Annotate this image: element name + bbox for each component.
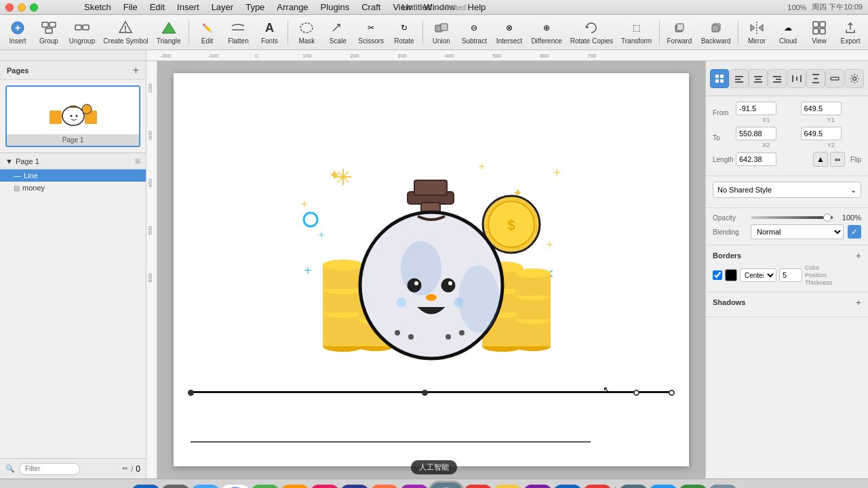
shared-style-dropdown[interactable]: No Shared Style ⌄ <box>713 182 861 198</box>
flip-btn[interactable]: ⇔ <box>830 152 845 167</box>
toolbar-union[interactable]: Union <box>427 17 456 47</box>
toolbar-ungroup[interactable]: Ungroup <box>65 17 99 47</box>
add-page-button[interactable]: + <box>133 65 139 76</box>
inspector-icon-btn[interactable] <box>710 69 729 88</box>
selection-line[interactable] <box>191 391 672 393</box>
to-x-input[interactable] <box>736 127 776 140</box>
handle-mid-left[interactable] <box>422 390 428 396</box>
menu-file[interactable]: File <box>118 1 143 13</box>
menu-edit[interactable]: Edit <box>144 1 170 13</box>
menu-help[interactable]: Help <box>462 1 492 13</box>
filter-input[interactable] <box>19 463 80 475</box>
subtract-icon: ⊖ <box>466 20 482 36</box>
menu-insert[interactable]: Insert <box>172 1 205 13</box>
toolbar-triangle[interactable]: Triangle <box>153 17 185 47</box>
toolbar-create-symbol[interactable]: Create Symbol <box>100 17 151 47</box>
menu-arrange[interactable]: Arrange <box>271 1 313 13</box>
dock-app-earth[interactable]: 🌏 <box>679 485 707 489</box>
shadows-header: Shadows + <box>713 298 861 307</box>
border-position-select[interactable]: Center Inside Outside <box>740 268 776 282</box>
toolbar-export[interactable]: Export <box>835 17 865 47</box>
dock-app-active-icon[interactable] <box>430 483 462 489</box>
length-input[interactable] <box>736 152 776 166</box>
dock-app-wechat[interactable]: 💬 <box>251 485 279 489</box>
border-color-swatch[interactable] <box>725 269 737 281</box>
toolbar-intersect[interactable]: ⊗ Intersect <box>492 17 526 47</box>
toolbar-forward[interactable]: Forward <box>663 17 696 47</box>
toolbar-rotate[interactable]: ↻ Rotate <box>389 17 419 47</box>
toolbar-scale[interactable]: Scale <box>323 17 353 47</box>
settings-icon-btn[interactable] <box>845 69 864 88</box>
dock-app-ae[interactable]: Ae <box>400 485 429 489</box>
from-y-input[interactable] <box>801 102 842 115</box>
borders-add-btn[interactable]: + <box>856 251 861 260</box>
menu-type[interactable]: Type <box>240 1 270 13</box>
dock-app-ai[interactable]: Ai <box>370 485 399 489</box>
dock-app-yellow1[interactable]: RP <box>494 485 522 489</box>
minimize-button[interactable] <box>18 3 26 12</box>
toolbar-edit[interactable]: ✏️ Edit <box>192 17 222 47</box>
opacity-slider[interactable] <box>751 216 833 219</box>
shadows-add-btn[interactable]: + <box>856 298 861 307</box>
dock-app-blue2[interactable]: 🎵 <box>553 485 582 489</box>
svg-text:0: 0 <box>255 53 258 59</box>
toolbar-view[interactable]: View <box>804 17 834 47</box>
layer-item-money[interactable]: ▧ money <box>0 182 146 194</box>
toolbar-group[interactable]: Group <box>34 17 64 47</box>
toolbar-backward[interactable]: Backward <box>697 17 734 47</box>
from-x-input[interactable] <box>736 102 776 115</box>
border-checkbox[interactable] <box>713 270 722 280</box>
dock-app-finder[interactable] <box>132 485 160 489</box>
toolbar-mask[interactable]: Mask <box>292 17 321 47</box>
maximize-button[interactable] <box>30 3 38 12</box>
dock-app-chrome[interactable] <box>221 485 250 489</box>
menu-plugins[interactable]: Plugins <box>315 1 355 13</box>
dock-app-archive[interactable]: 📦 <box>281 485 309 489</box>
dock-app-trash[interactable]: 🗑️ <box>709 485 737 489</box>
opacity-thumb[interactable] <box>823 214 831 222</box>
toolbar-mirror[interactable]: Mirror <box>742 17 772 47</box>
toolbar-flatten[interactable]: Flatten <box>223 17 253 47</box>
to-y-input[interactable] <box>801 127 842 140</box>
align-left-icon-btn[interactable] <box>730 69 749 88</box>
menu-sketch[interactable]: Sketch <box>79 1 117 13</box>
toolbar-scissors[interactable]: ✂ Scissors <box>354 17 388 47</box>
layer-options-icon[interactable]: ⊞ <box>135 157 140 165</box>
distribute-h-icon-btn[interactable] <box>787 69 806 88</box>
dock-app-launchpad[interactable]: 🚀 <box>161 485 190 489</box>
close-button[interactable] <box>5 3 14 12</box>
menu-craft[interactable]: Craft <box>356 1 386 13</box>
dock-app-photoshop[interactable]: Ps <box>340 485 369 489</box>
blending-select[interactable]: Normal <box>751 224 844 239</box>
border-thickness-input[interactable] <box>779 268 802 282</box>
handle-right[interactable] <box>669 390 675 396</box>
dock-app-red2[interactable]: 🎵 <box>583 485 612 489</box>
dock-app-email[interactable]: 📧 <box>649 485 677 489</box>
align-center-icon-btn[interactable] <box>749 69 768 88</box>
toolbar-cloud[interactable]: ☁ Cloud <box>773 17 803 47</box>
toolbar-insert[interactable]: + Insert <box>3 17 33 47</box>
toolbar-fonts[interactable]: A Fonts <box>254 17 284 47</box>
distribute-v-icon-btn[interactable] <box>806 69 825 88</box>
page-thumbnail-1[interactable]: Page 1 <box>5 85 140 147</box>
canvas-area[interactable]: 200 300 400 500 600 ✦ + + ✦ + + + <box>146 61 705 479</box>
canvas-bg[interactable]: ✦ + + ✦ + + + + <box>157 61 705 479</box>
blending-confirm-btn[interactable]: ✓ <box>848 225 861 239</box>
handle-left[interactable] <box>188 390 194 396</box>
toolbar-transform[interactable]: ⬚ Transform <box>618 17 656 47</box>
toolbar-subtract[interactable]: ⊖ Subtract <box>458 17 491 47</box>
dock-app-purple[interactable]: 💎 <box>524 485 552 489</box>
dock-app-settings[interactable]: ⚙️ <box>619 485 648 489</box>
artboard[interactable]: ✦ + + ✦ + + + + <box>174 73 689 466</box>
toolbar-difference[interactable]: ⊕ Difference <box>528 17 566 47</box>
resize-icon-btn[interactable] <box>825 69 844 88</box>
toolbar-rotate-copies[interactable]: Rotate Copies <box>567 17 616 47</box>
dock-app-files[interactable]: 📁 <box>191 485 220 489</box>
menu-layer[interactable]: Layer <box>206 1 239 13</box>
length-up-btn[interactable]: ▲ <box>813 152 828 167</box>
layer-item-line[interactable]: — Line <box>0 169 146 182</box>
handle-mid-right[interactable] <box>633 390 639 396</box>
align-right-icon-btn[interactable] <box>768 69 787 88</box>
dock-app-red1[interactable]: 🔴 <box>464 485 492 489</box>
dock-app-sketch[interactable]: 🎨 <box>311 485 339 489</box>
